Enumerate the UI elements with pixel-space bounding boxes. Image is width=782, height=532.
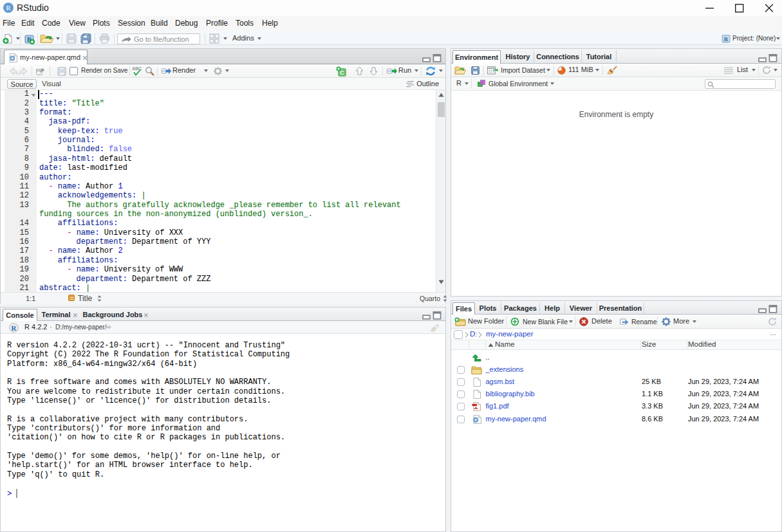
svg-text:C: C bbox=[340, 69, 344, 76]
svg-text:R: R bbox=[12, 324, 17, 332]
svg-text:R: R bbox=[724, 36, 729, 42]
